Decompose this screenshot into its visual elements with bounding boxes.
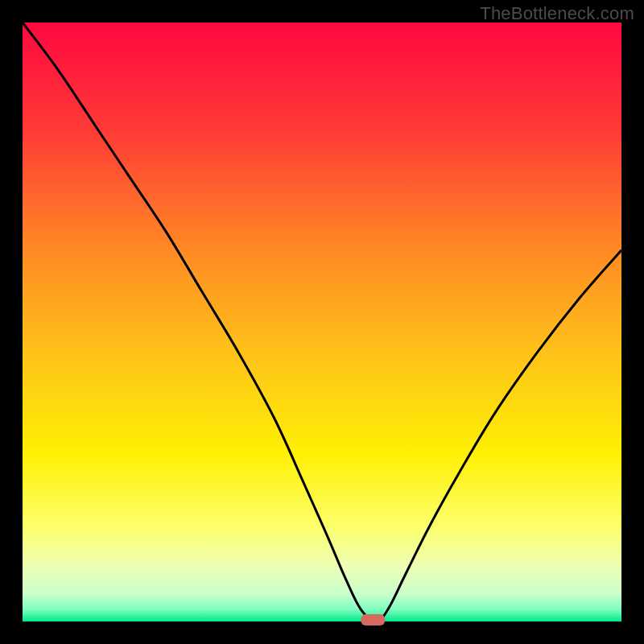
bottleneck-chart <box>0 0 644 644</box>
optimal-marker <box>361 614 385 625</box>
watermark-label: TheBottleneck.com <box>480 3 634 24</box>
chart-frame: TheBottleneck.com <box>0 0 644 644</box>
plot-background <box>23 23 621 621</box>
